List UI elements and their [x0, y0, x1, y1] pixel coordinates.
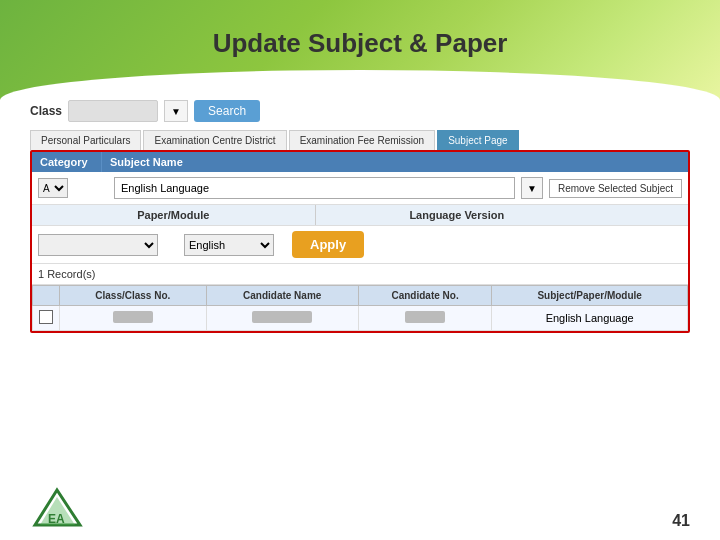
subject-dropdown-arrow[interactable]: ▼	[521, 177, 543, 199]
tab-subject-page[interactable]: Subject Page	[437, 130, 519, 150]
page-number: 41	[672, 512, 690, 530]
subject-module-col-header: Subject/Paper/Module	[492, 286, 688, 306]
candidate-no-col-header: Candidate No.	[358, 286, 492, 306]
tab-examination-fee[interactable]: Examination Fee Remission	[289, 130, 436, 150]
row1-candidate-no	[358, 306, 492, 331]
row1-checkbox-cell	[33, 306, 60, 331]
checkbox-col-header	[33, 286, 60, 306]
class-row: Class ▼ Search	[30, 100, 690, 122]
subject-form-panel: Category Subject Name A ▼ Remove Selecte…	[30, 150, 690, 333]
row1-candidate-name	[206, 306, 358, 331]
row1-class-blurred	[113, 311, 153, 323]
candidate-name-col-header: Candidate Name	[206, 286, 358, 306]
language-version-select[interactable]: English	[184, 234, 274, 256]
class-label: Class	[30, 104, 62, 118]
row1-no-blurred	[405, 311, 445, 323]
paper-input-row: English Apply	[32, 226, 688, 264]
subject-col-header: Subject Name	[102, 152, 688, 172]
row1-class	[60, 306, 207, 331]
row1-checkbox[interactable]	[39, 310, 53, 324]
search-button[interactable]: Search	[194, 100, 260, 122]
records-count: 1 Record(s)	[32, 264, 688, 285]
class-col-header: Class/Class No.	[60, 286, 207, 306]
category-select[interactable]: A	[38, 178, 68, 198]
tab-bar: Personal Particulars Examination Centre …	[30, 130, 690, 150]
row1-name-blurred	[252, 311, 312, 323]
class-dropdown-arrow[interactable]: ▼	[164, 100, 188, 122]
apply-button[interactable]: Apply	[292, 231, 364, 258]
tab-examination-centre[interactable]: Examination Centre District	[143, 130, 286, 150]
page-title: Update Subject & Paper	[0, 0, 720, 59]
main-content: Class ▼ Search Personal Particulars Exam…	[30, 100, 690, 333]
category-col-header: Category	[32, 152, 102, 172]
paper-header-row: Paper/Module Language Version	[32, 205, 688, 226]
paper-col-header: Paper/Module	[32, 205, 316, 225]
logo-icon: EA	[30, 485, 85, 530]
records-table: Class/Class No. Candidate Name Candidate…	[32, 285, 688, 331]
remove-subject-button[interactable]: Remove Selected Subject	[549, 179, 682, 198]
table-row: English Language	[33, 306, 688, 331]
row1-subject: English Language	[492, 306, 688, 331]
class-input-field[interactable]	[68, 100, 158, 122]
subject-name-input[interactable]	[114, 177, 515, 199]
category-select-group: A	[38, 178, 108, 198]
footer: EA 41	[30, 485, 690, 530]
language-col-header: Language Version	[316, 205, 599, 225]
paper-module-select[interactable]	[38, 234, 158, 256]
category-header-row: Category Subject Name	[32, 152, 688, 172]
table-header-row: Class/Class No. Candidate Name Candidate…	[33, 286, 688, 306]
category-input-row: A ▼ Remove Selected Subject	[32, 172, 688, 205]
tab-personal-particulars[interactable]: Personal Particulars	[30, 130, 141, 150]
svg-text:EA: EA	[48, 512, 65, 526]
